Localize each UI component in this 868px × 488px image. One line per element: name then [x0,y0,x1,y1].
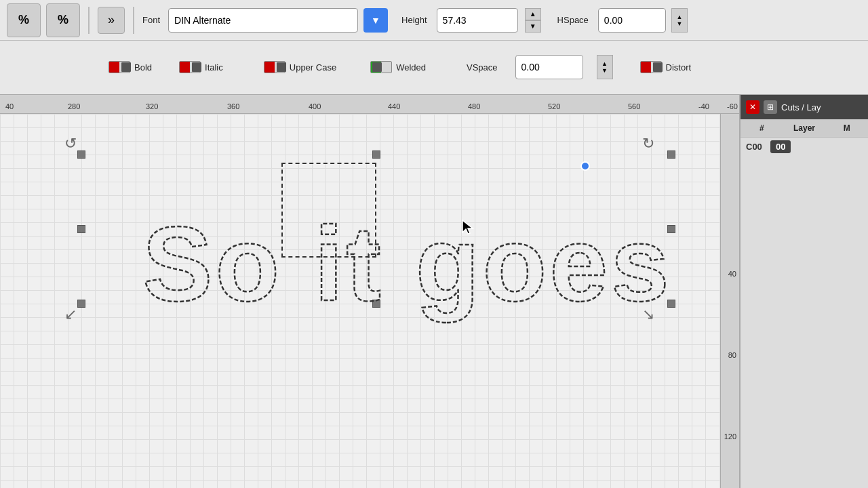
blue-dot-handle[interactable] [580,161,590,171]
toolbar-row2: Bold Italic Upper Case Welded VSpace 0. [0,41,868,94]
top-ruler: 40 280 320 360 400 440 480 520 560 -40 -… [0,95,868,114]
rotate-handle-tr[interactable]: ↻ [639,134,658,153]
italic-dot [192,62,201,72]
font-select-box[interactable]: DIN Alternate [168,8,358,33]
panel-header: ✕ ⊞ Cuts / Lay [741,95,868,119]
chevron-down-icon: ▼ [371,15,380,26]
vspace-spin-down[interactable]: ▼ [601,67,608,74]
uppercase-label: Upper Case [290,62,336,73]
distort-label: Distort [666,62,692,73]
uppercase-toggle[interactable] [264,61,285,73]
pct-label-2: % [58,13,68,27]
welded-label: Welded [396,62,426,73]
handle-tr[interactable] [667,150,675,159]
panel-icon[interactable]: ⊞ [764,100,777,114]
height-spin-down[interactable]: ▼ [525,20,541,33]
italic-label: Italic [205,62,223,73]
vspace-value: 0.00 [521,62,540,73]
separator-1 [88,7,90,34]
bold-toggle[interactable] [108,61,130,73]
pct-button-2[interactable]: % [46,3,80,37]
ruler-mark-40: 40 [5,102,14,110]
distort-toggle[interactable] [640,61,662,73]
close-icon: ✕ [749,102,756,112]
right-ruler-40: 40 [728,270,736,278]
hspace-spin-down[interactable]: ▼ [676,20,682,27]
pct-button-1[interactable]: % [7,3,41,37]
height-label: Height [401,15,427,25]
right-panel: ✕ ⊞ Cuts / Lay # Layer M C00 00 [739,95,868,488]
font-dropdown-button[interactable]: ▼ [363,8,388,33]
hspace-input[interactable]: 0.00 [598,8,666,33]
ruler-mark-520: 520 [548,102,560,110]
hspace-value: 0.00 [604,15,623,26]
toolbar: % % » Font DIN Alternate ▼ Height 57.43 … [0,0,868,95]
arrows-button[interactable]: » [98,7,125,34]
text-container[interactable]: ↺ ↻ ↙ ↘ So it goes [81,155,671,304]
font-label: Font [142,15,160,25]
ruler-mark-neg60: -60 [727,102,738,110]
uppercase-dot [277,62,286,72]
font-value: DIN Alternate [174,15,231,26]
panel-col-hash: # [741,119,783,137]
hspace-spin-up[interactable]: ▲ [676,14,682,20]
layer-badge: 00 [770,140,791,153]
pct-label-1: % [18,13,29,27]
italic-toggle[interactable] [179,61,201,73]
height-input[interactable]: 57.43 [437,8,518,33]
bold-label: Bold [134,62,152,73]
hspace-label: HSpace [557,15,589,25]
ruler-mark-360: 360 [227,102,239,110]
arrows-icon: » [108,13,115,27]
distort-dot [653,62,663,72]
right-ruler-120: 120 [724,432,736,441]
handle-ml[interactable] [77,225,85,233]
right-ruler: 40 80 120 [720,114,739,488]
right-ruler-80: 80 [728,351,736,359]
svg-text:So it goes: So it goes [142,205,672,323]
panel-row-c00[interactable]: C00 00 [741,138,868,156]
vspace-spin-up[interactable]: ▲ [601,60,608,67]
ruler-mark-320: 320 [146,102,158,110]
ruler-mark-280: 280 [68,102,80,110]
separator-2 [133,7,134,34]
panel-close-button[interactable]: ✕ [746,100,760,114]
vspace-input[interactable]: 0.00 [515,55,583,79]
height-value: 57.43 [443,15,467,26]
ruler-mark-440: 440 [388,102,400,110]
layer-number: C00 [746,142,766,152]
ruler-mark-neg40: -40 [698,102,709,110]
welded-toggle[interactable] [370,61,392,73]
welded-dot [372,62,382,72]
panel-columns: # Layer M [741,119,868,138]
panel-col-layer: Layer [783,119,826,137]
vspace-label: VSpace [467,62,498,73]
height-spin-up[interactable]: ▲ [525,8,541,20]
handle-tl[interactable] [77,150,85,159]
ruler-mark-400: 400 [309,102,321,110]
layers-icon: ⊞ [767,102,774,112]
design-text-svg: So it goes [136,188,719,324]
vspace-spinner[interactable]: ▲ ▼ [597,55,613,79]
panel-col-m: M [825,119,868,137]
canvas-area[interactable]: 40 80 120 ↺ ↻ ↙ ↘ So it goes [0,114,739,488]
distort-checkbox-group[interactable]: Distort [640,61,692,73]
toolbar-row1: % % » Font DIN Alternate ▼ Height 57.43 … [0,0,868,41]
handle-tm[interactable] [372,150,380,159]
panel-title: Cuts / Lay [781,102,821,113]
height-spinners: ▲ ▼ [525,8,541,33]
bold-checkbox-group[interactable]: Bold [108,61,152,73]
ruler-mark-560: 560 [628,102,640,110]
bold-dot [121,62,131,72]
ruler-mark-480: 480 [468,102,480,110]
rotate-handle-bl[interactable]: ↙ [61,305,80,324]
italic-checkbox-group[interactable]: Italic [179,61,223,73]
welded-checkbox-group[interactable]: Welded [370,61,426,73]
handle-bl[interactable] [77,300,85,308]
hspace-spinner[interactable]: ▲ ▼ [671,8,688,33]
uppercase-checkbox-group[interactable]: Upper Case [264,61,336,73]
